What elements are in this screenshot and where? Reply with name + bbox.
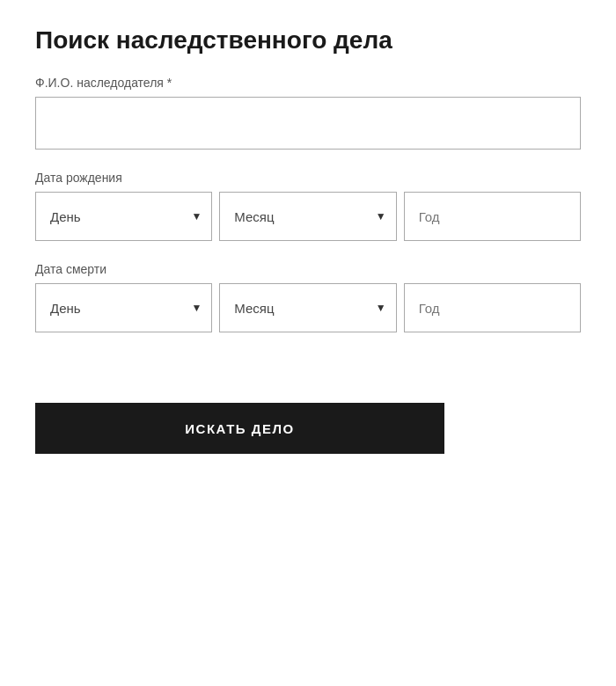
death-day-select[interactable]: День123456789101112131415161718192021222… xyxy=(35,283,212,332)
death-month-select[interactable]: МесяцЯнварьФевральМартАпрельМайИюньИюльА… xyxy=(219,283,396,332)
fio-input[interactable] xyxy=(35,97,581,150)
death-year-input[interactable] xyxy=(404,283,581,332)
death-day-wrapper: День123456789101112131415161718192021222… xyxy=(35,283,212,332)
page-title: Поиск наследственного дела xyxy=(35,26,581,55)
death-date-row: День123456789101112131415161718192021222… xyxy=(35,283,581,332)
fio-label: Ф.И.О. наследодателя * xyxy=(35,76,581,90)
birth-date-row: День123456789101112131415161718192021222… xyxy=(35,192,581,241)
birth-month-wrapper: МесяцЯнварьФевральМартАпрельМайИюньИюльА… xyxy=(219,192,396,241)
death-date-section: Дата смерти День123456789101112131415161… xyxy=(35,262,581,332)
search-button[interactable]: ИСКАТЬ ДЕЛО xyxy=(35,403,444,454)
birth-day-wrapper: День123456789101112131415161718192021222… xyxy=(35,192,212,241)
death-month-wrapper: МесяцЯнварьФевральМартАпрельМайИюньИюльА… xyxy=(219,283,396,332)
birth-year-input[interactable] xyxy=(404,192,581,241)
birth-date-section: Дата рождения День1234567891011121314151… xyxy=(35,171,581,241)
death-date-label: Дата смерти xyxy=(35,262,581,276)
birth-day-select[interactable]: День123456789101112131415161718192021222… xyxy=(35,192,212,241)
birth-date-label: Дата рождения xyxy=(35,171,581,185)
birth-year-wrapper xyxy=(404,192,581,241)
birth-month-select[interactable]: МесяцЯнварьФевральМартАпрельМайИюньИюльА… xyxy=(219,192,396,241)
fio-section: Ф.И.О. наследодателя * xyxy=(35,76,581,150)
death-year-wrapper xyxy=(404,283,581,332)
